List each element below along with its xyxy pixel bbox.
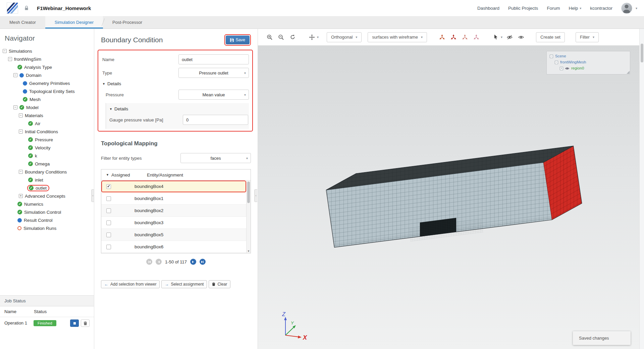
collapse-icon[interactable]: − [19,170,23,174]
render-mode-select[interactable]: surfaces with wireframe▾ [368,32,427,42]
row-checkbox[interactable] [106,220,111,225]
tree-item-pressure[interactable]: ✓Pressure [0,136,94,144]
viewer-canvas[interactable]: −Scene −frontWingMesh +region0 Z Y X [258,46,644,349]
visibility-eye-icon[interactable] [565,67,569,70]
tab-mesh-creator[interactable]: Mesh Creator [0,16,45,29]
avatar[interactable] [621,3,632,14]
page-scrollbar[interactable] [639,29,644,349]
assignment-row-boundingbox5[interactable]: boundingBox5 [101,229,246,241]
scene-node[interactable]: −Scene [550,53,627,59]
scrollbar-thumb[interactable] [247,182,250,203]
scrollbar-thumb[interactable] [641,44,643,62]
collapse-icon[interactable]: − [550,55,553,58]
nav-forum[interactable]: Forum [547,6,560,11]
refresh-icon[interactable] [288,33,297,42]
tree-item-mesh[interactable]: ✓Mesh [0,95,94,103]
hide-selection-eye-icon[interactable] [505,33,514,42]
clip-plane-free-icon[interactable] [472,33,481,42]
tree-item-numerics[interactable]: ✓Numerics [0,200,94,208]
tree-item-simulation-runs[interactable]: Simulation Runs [0,224,94,232]
collapse-icon[interactable]: − [555,61,558,64]
gauge-pressure-input[interactable] [183,115,248,125]
row-checkbox[interactable] [106,196,111,201]
nav-help[interactable]: Help▾ [569,6,581,11]
mesh-node[interactable]: −frontWingMesh [550,59,627,65]
stop-job-button[interactable] [70,319,79,327]
details-section-toggle[interactable]: ▼Details [102,81,249,86]
collapse-icon[interactable]: − [13,105,17,109]
clip-plane-z-icon[interactable] [461,33,469,42]
next-page-button[interactable] [190,259,196,265]
delete-job-button[interactable] [81,319,90,327]
entity-column-header[interactable]: Entity/Assignment [138,172,183,178]
row-checkbox[interactable] [106,208,111,213]
collapse-icon[interactable]: − [13,73,17,77]
collapse-icon[interactable]: − [8,57,12,61]
tree-item-result-control[interactable]: Result Control [0,216,94,224]
username-label[interactable]: kcontractor [590,6,612,11]
tree-item-initial-conditions[interactable]: −Initial Conditions [0,128,94,136]
select-assignment-button[interactable]: →Select assignment [161,280,207,288]
tree-item-topological-entity-sets[interactable]: Topological Entity Sets [0,87,94,95]
nav-dashboard[interactable]: Dashboard [477,6,499,11]
entity-filter-select[interactable]: faces▾ [180,153,251,163]
save-button[interactable]: Save [226,36,250,44]
type-select[interactable]: Pressure outlet▾ [178,68,249,78]
clip-plane-x-icon[interactable] [438,33,446,42]
mesh-render[interactable] [258,46,644,349]
pressure-select[interactable]: Mean value▾ [178,90,249,100]
tree-item-model[interactable]: −✓Model [0,103,94,111]
zoom-out-icon[interactable] [277,33,285,42]
tree-item-inlet[interactable]: ✓inlet [0,176,94,184]
collapse-icon[interactable]: − [3,49,7,53]
add-selection-button[interactable]: ←Add selection from viewer [101,280,160,288]
region-node[interactable]: +region0 [550,65,627,71]
tree-item-geometry-primitives[interactable]: Geometry Primitives [0,79,94,87]
tree-item-materials[interactable]: −Materials [0,111,94,119]
nav-public-projects[interactable]: Public Projects [508,6,538,11]
tree-item-omega[interactable]: ✓Omega [0,160,94,168]
table-scrollbar[interactable]: ▼ [246,181,251,253]
projection-select[interactable]: Orthogonal▾ [327,32,362,42]
tree-item-advanced-concepts[interactable]: +Advanced Concepts [0,192,94,200]
collapse-icon[interactable]: − [19,130,23,134]
tree-item-simulation-control[interactable]: ✓Simulation Control [0,208,94,216]
user-menu[interactable]: ▾ [621,3,637,14]
assignment-row-boundingbox6[interactable]: boundingBox6 [101,241,246,253]
clip-plane-y-icon[interactable] [449,33,458,42]
tree-item-k[interactable]: ✓k [0,152,94,160]
tree-item-velocity[interactable]: ✓Velocity [0,144,94,152]
collapse-panel-handle[interactable]: ‹ [254,189,257,202]
tree-item-air[interactable]: ✓Air [0,119,94,128]
inner-details-toggle[interactable]: ▼Details [109,106,248,111]
assignment-row-boundingbox3[interactable]: boundingBox3 [101,217,246,229]
pan-tool[interactable]: ▾ [308,33,319,42]
resize-handle[interactable] [627,71,630,74]
expand-icon[interactable]: + [19,194,23,198]
assignment-row-boundingbox1[interactable]: boundingBox1 [101,193,246,205]
row-checkbox[interactable] [106,184,111,189]
assignment-row-boundingbox2[interactable]: boundingBox2 [101,205,246,217]
assignment-row-boundingbox4[interactable]: boundingBox4 [101,181,246,193]
assigned-column-header[interactable]: ▼Assigned [101,172,138,178]
tab-simulation-designer[interactable]: Simulation Designer [45,16,103,29]
show-all-eye-icon[interactable] [517,33,525,42]
collapse-icon[interactable]: − [19,113,23,117]
row-checkbox[interactable] [106,245,111,249]
clear-button[interactable]: Clear [209,280,230,288]
tree-item-boundary-conditions[interactable]: −Boundary Conditions [0,168,94,176]
tree-item-frontwingsim[interactable]: −frontWingSim [0,55,94,63]
scroll-down-arrow-icon[interactable]: ▼ [247,250,251,253]
row-checkbox[interactable] [106,233,111,237]
first-page-button[interactable] [146,259,152,265]
zoom-in-icon[interactable] [265,33,274,42]
create-set-button[interactable]: Create set [536,32,565,42]
tree-item-domain[interactable]: −Domain [0,71,94,79]
last-page-button[interactable] [200,259,206,265]
collapse-navigator-handle[interactable]: ‹ [91,189,94,202]
tree-item-outlet[interactable]: ✓outlet [0,184,94,192]
filter-button[interactable]: Filter▾ [576,32,599,42]
name-input[interactable] [178,54,249,64]
expand-icon[interactable]: + [560,67,563,70]
select-tool[interactable]: ▾ [491,33,502,42]
